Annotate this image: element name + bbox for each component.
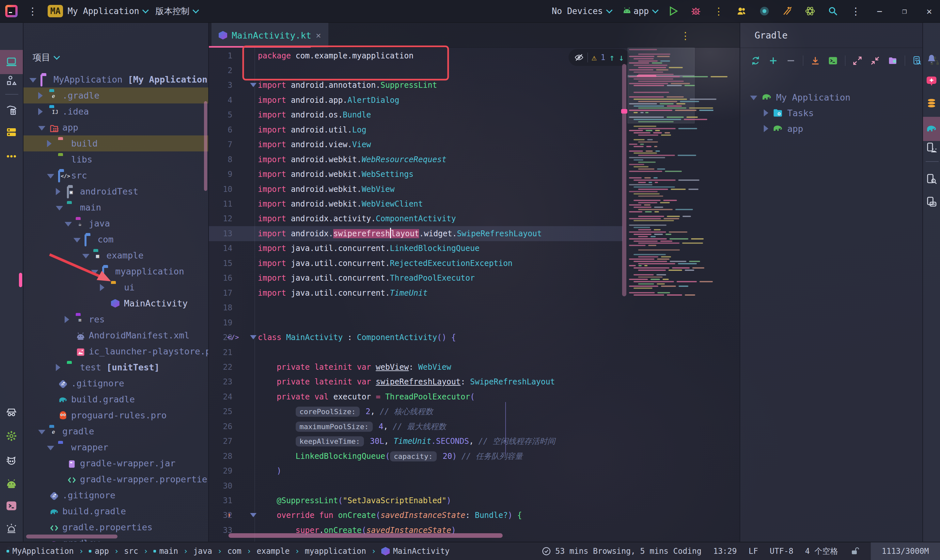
code-line-21[interactable]: 21 bbox=[209, 345, 740, 360]
tools-icon[interactable] bbox=[781, 5, 794, 18]
tree-item-.idea[interactable]: IJ.idea bbox=[23, 103, 208, 120]
editor-horizontal-scrollbar[interactable] bbox=[228, 533, 503, 538]
expand-arrow-icon[interactable] bbox=[29, 78, 37, 83]
project-horizontal-scrollbar[interactable] bbox=[26, 535, 117, 538]
memory-indicator[interactable]: 1113/3000M bbox=[871, 542, 940, 560]
expand-arrow-icon[interactable] bbox=[47, 446, 54, 450]
indent-widget[interactable]: 4 个空格 bbox=[805, 546, 838, 556]
tree-item-test[interactable]: test [unitTest] bbox=[23, 359, 208, 375]
run-button[interactable] bbox=[666, 5, 680, 18]
expand-arrow-icon[interactable] bbox=[38, 108, 43, 115]
code-line-22[interactable]: 22 private lateinit var webView: WebView bbox=[209, 360, 740, 375]
expand-arrow-icon[interactable] bbox=[100, 284, 105, 291]
people-icon[interactable] bbox=[735, 5, 748, 18]
expand-arrow-icon[interactable] bbox=[56, 364, 60, 371]
breadcrumb-item-example[interactable]: example bbox=[257, 547, 289, 556]
tree-item-gradle.properties[interactable]: gradle.properties bbox=[23, 519, 208, 535]
code-line-29[interactable]: 29 ) bbox=[209, 463, 740, 478]
breadcrumb-item-main[interactable]: main bbox=[154, 547, 178, 556]
tool-button-profiler[interactable] bbox=[0, 404, 23, 421]
debug-button[interactable] bbox=[689, 5, 702, 18]
sync-icon[interactable] bbox=[750, 55, 761, 66]
search-icon[interactable] bbox=[826, 5, 840, 18]
tree-item-libs[interactable]: libs bbox=[23, 151, 208, 168]
editor-vertical-scrollbar[interactable] bbox=[622, 64, 626, 296]
tab-mainactivity[interactable]: MainActivity.kt ✕ bbox=[211, 23, 328, 48]
tree-item-.gitignore[interactable]: .gitignore bbox=[23, 375, 208, 391]
tree-item-res[interactable]: ≡res bbox=[23, 311, 208, 327]
avatar-icon[interactable] bbox=[758, 5, 771, 18]
code-line-20[interactable]: 20</>class MainActivity : ComponentActiv… bbox=[209, 330, 740, 345]
tree-item-AndroidManifest.xml[interactable]: AndroidManifest.xml bbox=[23, 327, 208, 343]
tree-item-gradle[interactable]: egradle bbox=[23, 423, 208, 439]
code-line-19[interactable]: 19 bbox=[209, 315, 740, 330]
sources-folder-icon[interactable] bbox=[887, 55, 898, 66]
breadcrumb-item-app[interactable]: app bbox=[89, 547, 109, 556]
expand-arrow-icon[interactable] bbox=[65, 222, 72, 226]
tree-item-.gitignore[interactable]: .gitignore bbox=[23, 487, 208, 503]
code-line-25[interactable]: 25 corePoolSize: 2, // 核心线程数 bbox=[209, 404, 740, 419]
line-ending-widget[interactable]: LF bbox=[748, 547, 758, 556]
vcs-widget[interactable]: 版本控制 bbox=[155, 6, 197, 17]
tree-item-proguard-rules.pro[interactable]: proguard-rules.pro bbox=[23, 407, 208, 423]
atom-icon[interactable] bbox=[803, 5, 817, 18]
tree-item-gradle-wrapper.jar[interactable]: gradle-wrapper.jar bbox=[23, 455, 208, 471]
expand-arrow-icon[interactable] bbox=[38, 126, 45, 131]
tool-button-terminal[interactable] bbox=[0, 497, 23, 514]
fold-arrow-icon[interactable] bbox=[250, 513, 257, 517]
tree-item-ui[interactable]: ui bbox=[23, 279, 208, 295]
tree-item-wrapper[interactable]: wrapper bbox=[23, 439, 208, 455]
remove-icon[interactable] bbox=[785, 55, 796, 66]
tool-button-logcat[interactable] bbox=[0, 475, 23, 492]
next-issue-icon[interactable]: ↓ bbox=[619, 52, 625, 63]
overriding-marker-icon[interactable]: ⬆ bbox=[227, 510, 231, 520]
tree-item-myapplication[interactable]: myapplication bbox=[23, 263, 208, 279]
breadcrumb-item-myapplication[interactable]: MyApplication bbox=[6, 547, 74, 556]
expand-all-icon[interactable] bbox=[852, 55, 863, 66]
tree-item-main[interactable]: main bbox=[23, 199, 208, 215]
expand-arrow-icon[interactable] bbox=[47, 174, 54, 178]
restore-button[interactable]: ❐ bbox=[897, 6, 912, 16]
tool-button-more-tool-windows[interactable] bbox=[0, 148, 23, 165]
minimize-button[interactable]: − bbox=[872, 6, 887, 17]
tool-button-database[interactable] bbox=[923, 95, 940, 112]
expand-arrow-icon[interactable] bbox=[38, 92, 43, 99]
more-icon[interactable]: ⋮ bbox=[849, 5, 862, 18]
code-line-23[interactable]: 23 private lateinit var swipeRefreshLayo… bbox=[209, 374, 740, 389]
tree-item-MainActivity[interactable]: MainActivity bbox=[23, 295, 208, 311]
tree-item-app[interactable]: app bbox=[23, 120, 208, 135]
code-line-27[interactable]: 27 keepAliveTime: 30L, TimeUnit.SECONDS,… bbox=[209, 434, 740, 449]
expand-arrow-icon[interactable] bbox=[56, 188, 60, 195]
code-marker-icon[interactable]: </> bbox=[227, 332, 239, 342]
project-vertical-scrollbar[interactable] bbox=[204, 101, 207, 191]
unlock-icon[interactable] bbox=[850, 547, 859, 556]
tree-item-java[interactable]: ☕java bbox=[23, 215, 208, 231]
main-menu-icon[interactable]: ⋮ bbox=[26, 5, 39, 18]
tool-button-problems[interactable] bbox=[0, 520, 23, 537]
tool-button-build[interactable] bbox=[0, 102, 23, 118]
tool-button-gradle[interactable] bbox=[923, 117, 940, 141]
breadcrumb-item-myapplication[interactable]: myapplication bbox=[305, 547, 366, 556]
expand-arrow-icon[interactable] bbox=[47, 140, 52, 147]
tree-item-.gradle[interactable]: e.gradle bbox=[23, 88, 208, 103]
tree-item-com[interactable]: com bbox=[23, 231, 208, 248]
tree-item-build.gradle[interactable]: build.gradle bbox=[23, 391, 208, 407]
prev-issue-icon[interactable]: ↑ bbox=[609, 52, 615, 63]
run-config-selector[interactable]: app bbox=[620, 5, 657, 18]
minimap[interactable] bbox=[628, 48, 695, 305]
download-sources-icon[interactable] bbox=[810, 55, 821, 66]
fold-arrow-icon[interactable] bbox=[250, 83, 257, 87]
gradle-console-icon[interactable] bbox=[828, 55, 838, 66]
run-more-icon[interactable]: ⋮ bbox=[712, 5, 725, 18]
code-line-31[interactable]: 31 @SuppressLint("SetJavaScriptEnabled") bbox=[209, 493, 740, 508]
tree-item-MyApplication[interactable]: MyApplication [My Application] D:\ID bbox=[23, 71, 208, 88]
code-line-24[interactable]: 24 private val executor = ThreadPoolExec… bbox=[209, 389, 740, 404]
inspections-widget[interactable]: ⚠ 1 ↑ ↓ bbox=[569, 49, 630, 66]
gradle-tree-item-app[interactable]: app bbox=[764, 123, 803, 134]
clock-widget[interactable]: 13:29 bbox=[713, 547, 737, 556]
tree-item-androidTest[interactable]: ▣androidTest bbox=[23, 183, 208, 199]
breadcrumb-item-mainactivity[interactable]: MainActivity bbox=[381, 547, 449, 556]
tree-item-gradle-wrapper.properties[interactable]: gradle-wrapper.properties bbox=[23, 471, 208, 487]
tree-item-src[interactable]: </>src bbox=[23, 168, 208, 183]
code-line-32[interactable]: 32⬆ override fun onCreate(savedInstanceS… bbox=[209, 508, 740, 523]
